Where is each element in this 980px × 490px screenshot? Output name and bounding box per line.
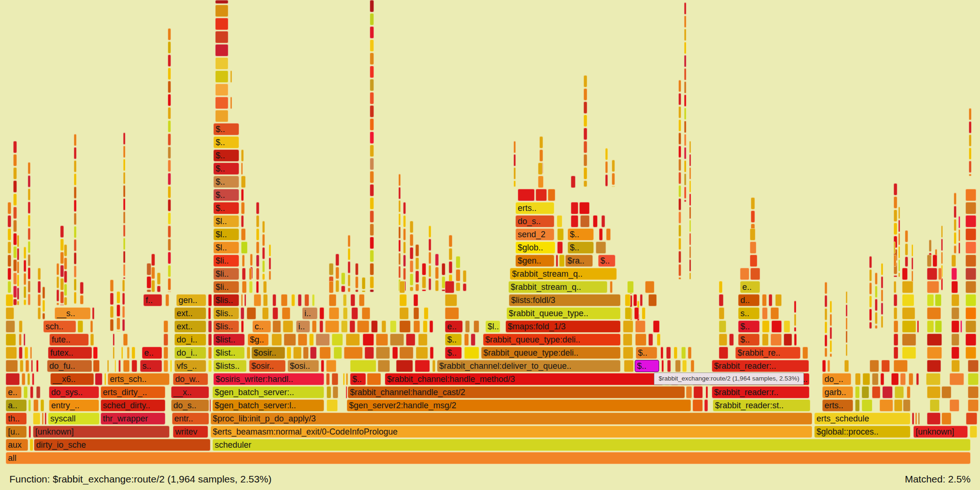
flame-block-small[interactable] [556, 255, 558, 267]
flame-block-small[interactable] [536, 189, 547, 201]
flame-block-small[interactable] [113, 347, 115, 359]
flame-block-small[interactable] [399, 320, 411, 333]
flame-block[interactable]: $list.. [213, 347, 245, 359]
flame-block-small[interactable] [415, 360, 430, 372]
flame-block-small[interactable] [689, 259, 691, 272]
flamegraph-canvas[interactable]: allauxdirty_io_schescheduler[u..[unknown… [0, 0, 980, 468]
flame-block-small[interactable] [958, 229, 960, 241]
flame-block-small[interactable] [329, 263, 334, 275]
flame-block[interactable]: $rabbit_channel:handle_method/3 [385, 373, 663, 385]
flame-block-small[interactable] [262, 247, 265, 259]
flame-block-small[interactable] [674, 347, 677, 359]
flame-block-small[interactable] [370, 26, 374, 39]
flame-block[interactable]: $.. [213, 176, 239, 188]
flame-block-small[interactable] [341, 286, 345, 292]
flame-block-small[interactable] [60, 265, 64, 277]
flame-block-small[interactable] [350, 294, 355, 306]
flame-block-small[interactable] [398, 266, 401, 278]
flame-block-small[interactable] [351, 307, 358, 319]
flame-block-small[interactable] [13, 220, 17, 232]
flame-block-small[interactable] [123, 172, 125, 184]
flame-block-small[interactable] [329, 281, 334, 293]
flame-block-small[interactable] [601, 215, 605, 227]
flame-block-small[interactable] [894, 183, 897, 195]
flame-block-small[interactable] [17, 274, 19, 287]
flame-block-small[interactable] [127, 347, 130, 359]
flame-block-small[interactable] [33, 412, 40, 425]
flame-block-small[interactable] [960, 320, 962, 333]
flame-block-small[interactable] [168, 265, 171, 277]
flame-block-small[interactable] [348, 274, 350, 287]
flame-block-small[interactable] [74, 187, 77, 199]
flame-block-small[interactable] [968, 373, 979, 385]
flame-block-small[interactable] [894, 241, 895, 254]
flame-block-small[interactable] [935, 320, 942, 333]
flame-block-small[interactable] [230, 97, 232, 109]
flame-block-small[interactable] [969, 174, 972, 176]
flame-block[interactable]: d.. [738, 294, 760, 306]
flame-block-small[interactable] [117, 304, 120, 317]
flame-block-small[interactable] [215, 97, 228, 109]
flame-block[interactable]: $.. [213, 163, 239, 175]
flame-block-small[interactable] [123, 251, 125, 263]
flame-block-small[interactable] [794, 334, 797, 346]
flame-block-small[interactable] [911, 244, 913, 257]
flame-block-small[interactable] [80, 282, 84, 294]
flame-block-small[interactable] [122, 319, 125, 331]
flame-block[interactable]: e.. [142, 347, 162, 359]
flame-block-small[interactable] [370, 105, 374, 117]
flame-block-small[interactable] [241, 320, 244, 333]
flame-block-small[interactable] [463, 270, 467, 282]
flame-block-small[interactable] [927, 294, 934, 306]
flame-block[interactable]: thr_wrapper [101, 412, 165, 425]
flame-block-small[interactable] [894, 347, 898, 359]
flame-block-small[interactable] [684, 134, 686, 146]
flame-block[interactable]: do_fu.. [47, 360, 92, 372]
flame-block-small[interactable] [951, 347, 959, 359]
flame-block-small[interactable] [20, 360, 23, 372]
flame-block-small[interactable] [371, 320, 378, 333]
flame-block-small[interactable] [471, 334, 475, 346]
flame-block-small[interactable] [242, 281, 247, 293]
flame-block-small[interactable] [132, 347, 135, 359]
flame-block-small[interactable] [606, 228, 611, 241]
flame-block-small[interactable] [902, 320, 916, 333]
flame-block-small[interactable] [113, 334, 115, 346]
flame-block-small[interactable] [869, 282, 872, 295]
flame-block-small[interactable] [954, 193, 957, 205]
flame-block-small[interactable] [168, 107, 171, 119]
flame-block[interactable]: $li.. [213, 268, 239, 280]
flame-block-small[interactable] [13, 194, 17, 206]
flame-block-small[interactable] [151, 267, 155, 279]
flame-block[interactable]: $glob.. [515, 241, 555, 254]
flame-block-small[interactable] [332, 334, 343, 346]
flame-block-small[interactable] [350, 320, 355, 333]
flame-block-small[interactable] [40, 399, 44, 412]
flame-block-small[interactable] [242, 255, 245, 267]
flame-block-small[interactable] [635, 334, 646, 346]
flame-block-small[interactable] [272, 334, 282, 346]
flame-block[interactable]: aux [6, 439, 28, 451]
flame-block-small[interactable] [350, 360, 376, 372]
flame-block-small[interactable] [557, 241, 563, 254]
flame-block-small[interactable] [241, 294, 243, 306]
flame-block-small[interactable] [403, 241, 406, 254]
flame-block[interactable]: $g.. [248, 334, 269, 346]
flame-block-small[interactable] [123, 198, 125, 210]
flame-block-small[interactable] [900, 373, 906, 385]
flame-block[interactable]: $global::proces.. [814, 426, 910, 438]
flame-block-small[interactable] [28, 228, 31, 240]
flame-block-small[interactable] [903, 399, 910, 412]
flame-block-small[interactable] [8, 268, 11, 280]
flame-block-small[interactable] [970, 426, 977, 438]
flame-block-small[interactable] [518, 189, 535, 201]
flame-block-small[interactable] [399, 307, 409, 319]
flame-block-small[interactable] [827, 360, 830, 372]
flame-block-small[interactable] [846, 331, 848, 343]
flame-block-small[interactable] [875, 325, 878, 329]
flame-block-small[interactable] [244, 294, 246, 306]
flame-block-small[interactable] [362, 277, 366, 289]
flame-block[interactable]: scheduler [212, 439, 971, 451]
flame-block-small[interactable] [958, 216, 960, 228]
flame-block-small[interactable] [824, 295, 827, 307]
